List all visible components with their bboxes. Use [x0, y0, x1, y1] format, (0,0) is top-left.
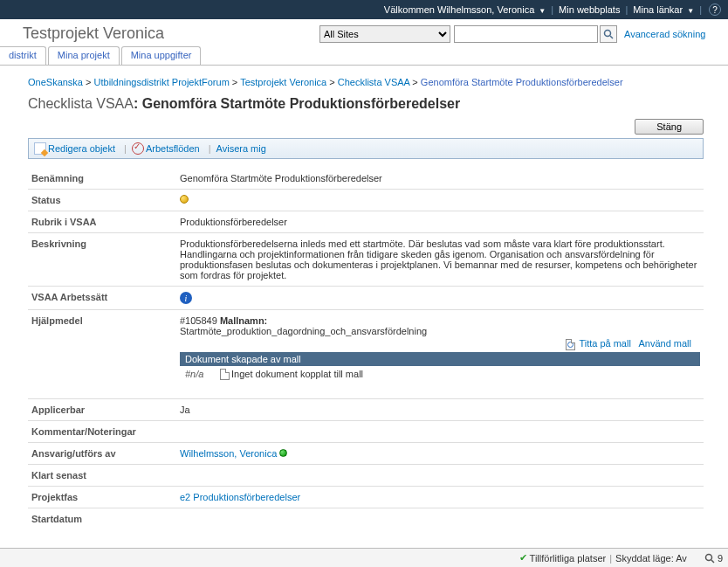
field-label: VSAA Arbetssätt	[28, 290, 176, 306]
breadcrumb-link[interactable]: Utbildningsdistrikt ProjektForum	[94, 77, 230, 87]
site-header: Testprojekt Veronica All Sites Avancerad…	[0, 19, 728, 46]
field-value: i	[176, 290, 704, 306]
field-label: Startdatum	[28, 512, 176, 526]
table-row: #n/a Inget dokument kopplat till mall	[180, 366, 700, 383]
global-top-bar: Välkommen Wilhelmsson, Veronica ▼ | Min …	[0, 0, 728, 19]
field-label: Projektfas	[28, 490, 176, 504]
separator: |	[625, 4, 628, 15]
protected-mode-label: Skyddat läge: Av	[615, 553, 687, 564]
alert-me-link[interactable]: Avisera mig	[216, 143, 266, 154]
field-value	[176, 193, 704, 207]
separator: |	[609, 553, 612, 564]
svg-line-3	[711, 560, 714, 563]
field-value: Produktionsförberedelserna inleds med et…	[176, 237, 704, 282]
edit-icon	[34, 142, 46, 155]
template-section: #105849 Mallnamn: Startmöte_produktion_d…	[176, 314, 704, 395]
magnifier-icon	[603, 29, 614, 39]
shield-icon: ✔	[519, 552, 527, 564]
breadcrumb-current: Genomföra Startmöte Produktionsförberede…	[421, 77, 623, 87]
search-input[interactable]	[454, 25, 598, 43]
separator: |	[551, 4, 553, 15]
workflow-icon	[132, 142, 144, 155]
field-value	[176, 512, 704, 526]
field-label: Ansvarig/utförs av	[28, 446, 176, 460]
svg-point-2	[705, 554, 711, 560]
field-row: Benämning Genomföra Startmöte Produktion…	[28, 168, 704, 190]
breadcrumb-link[interactable]: Testprojekt Veronica	[240, 77, 326, 87]
field-label: Status	[28, 193, 176, 207]
breadcrumb-link[interactable]: Checklista VSAA	[338, 77, 410, 87]
field-value	[176, 468, 704, 482]
use-template-link[interactable]: Använd mall	[638, 338, 691, 349]
separator: |	[209, 143, 211, 154]
chevron-down-icon: ▼	[687, 7, 694, 15]
field-row: Startdatum	[28, 508, 704, 529]
tab-distrikt[interactable]: distrikt	[0, 46, 46, 65]
field-label: Rubrik i VSAA	[28, 215, 176, 229]
trusted-sites-label: Tillförlitliga platser	[530, 553, 607, 564]
close-button[interactable]: Stäng	[635, 119, 704, 135]
svg-point-0	[605, 30, 611, 36]
edit-item-link[interactable]: Redigera objekt	[48, 143, 115, 154]
field-row: Projektfas e2 Produktionsförberedelser	[28, 487, 704, 508]
responsible-person-link[interactable]: Wilhelmsson, Veronica	[180, 448, 277, 459]
my-links-menu[interactable]: Mina länkar ▼	[633, 4, 694, 15]
field-value: Produktionsförberedelser	[176, 215, 704, 229]
welcome-user-menu[interactable]: Välkommen Wilhelmsson, Veronica ▼	[384, 4, 546, 15]
field-label: Beskrivning	[28, 237, 176, 282]
item-toolbar: Redigera objekt | Arbetsflöden | Avisera…	[28, 138, 704, 159]
field-label: Klart senast	[28, 468, 176, 482]
field-value: Genomföra Startmöte Produktionsförberede…	[176, 171, 704, 185]
field-row: Ansvarig/utförs av Wilhelmsson, Veronica	[28, 443, 704, 465]
tab-mina-projekt[interactable]: Mina projekt	[48, 46, 120, 65]
workflows-link[interactable]: Arbetsflöden	[146, 143, 200, 154]
field-value	[176, 425, 704, 439]
advanced-search-link[interactable]: Avancerad sökning	[624, 29, 705, 39]
projektfas-link[interactable]: e2 Produktionsförberedelser	[180, 492, 300, 502]
view-template-link[interactable]: Titta på mall	[579, 338, 631, 349]
template-links: Titta på mall Använd mall	[180, 336, 700, 352]
search-scope-select[interactable]: All Sites	[319, 25, 450, 43]
presence-online-icon	[279, 449, 287, 457]
breadcrumb: OneSkanska > Utbildningsdistrikt Projekt…	[28, 76, 712, 89]
field-row: Status	[28, 190, 704, 211]
field-row: VSAA Arbetssätt i	[28, 287, 704, 310]
chevron-down-icon: ▼	[539, 7, 546, 15]
breadcrumb-link[interactable]: OneSkanska	[28, 77, 83, 87]
tab-mina-uppgifter[interactable]: Mina uppgifter	[121, 46, 202, 65]
doc-id-na: #n/a	[185, 369, 220, 379]
separator: |	[124, 143, 127, 154]
zoom-control[interactable]: 9	[704, 553, 723, 564]
field-list: Benämning Genomföra Startmöte Produktion…	[28, 168, 704, 529]
status-yellow-icon	[180, 195, 189, 204]
separator: |	[699, 4, 702, 15]
main-content: OneSkanska > Utbildningsdistrikt Projekt…	[0, 66, 728, 529]
search-go-button[interactable]	[600, 25, 617, 43]
view-template-icon	[566, 339, 575, 350]
magnifier-icon	[704, 553, 715, 564]
help-icon[interactable]: ?	[709, 3, 721, 16]
field-row: Rubrik i VSAA Produktionsförberedelser	[28, 211, 704, 233]
page-title: Checklista VSAA: Genomföra Startmöte Pro…	[28, 96, 712, 112]
close-button-row: Stäng	[28, 119, 712, 135]
field-value: Ja	[176, 403, 704, 417]
field-label: Kommentar/Noteringar	[28, 425, 176, 439]
my-site-link[interactable]: Min webbplats	[559, 4, 620, 15]
svg-line-1	[610, 36, 613, 38]
search-area: All Sites Avancerad sökning	[319, 25, 705, 43]
site-title: Testprojekt Veronica	[23, 24, 319, 43]
info-icon[interactable]: i	[180, 292, 192, 304]
field-row: Beskrivning Produktionsförberedelserna i…	[28, 233, 704, 287]
field-row: Kommentar/Noteringar	[28, 421, 704, 443]
field-value: e2 Produktionsförberedelser	[176, 490, 704, 504]
field-value: Wilhelmsson, Veronica	[176, 446, 704, 460]
document-icon	[220, 369, 230, 380]
no-doc-text: Inget dokument kopplat till mall	[231, 369, 363, 379]
field-label: Applicerbar	[28, 403, 176, 417]
field-label: Benämning	[28, 171, 176, 185]
top-tabs: distrikt Mina projekt Mina uppgifter	[0, 46, 728, 66]
template-heading: #105849 Mallnamn: Startmöte_produktion_d…	[180, 315, 700, 336]
field-row: Applicerbar Ja	[28, 399, 704, 421]
field-label: Hjälpmedel	[28, 314, 176, 395]
browser-status-bar: ✔ Tillförlitliga platser | Skyddat läge:…	[0, 548, 728, 567]
